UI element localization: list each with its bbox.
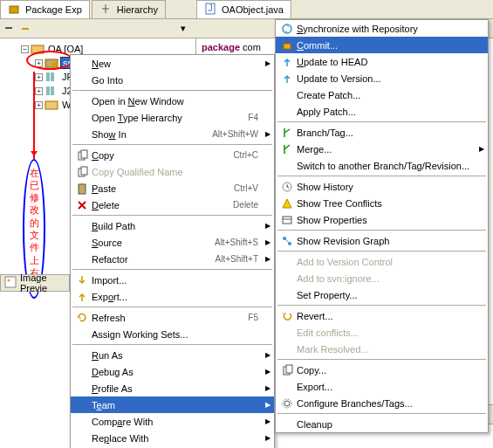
menu-label: Open Type Hierarchy (92, 113, 248, 123)
menu-item-create-patch[interactable]: Create Patch... (276, 86, 488, 103)
menu-item-source[interactable]: SourceAlt+Shift+S▶ (71, 234, 274, 251)
menu-label: Export... (92, 292, 258, 302)
menu-item-merge[interactable]: Merge...▶ (276, 141, 488, 157)
merge-icon (277, 141, 297, 157)
menu-item-mark-resolved: Mark Resolved... (276, 341, 488, 357)
props-icon (277, 211, 297, 228)
tree-toggle[interactable]: − (21, 45, 29, 53)
tab-label: OAObject.java (222, 4, 284, 15)
svg-rect-0 (10, 6, 18, 13)
svg-point-15 (8, 279, 10, 282)
menu-item-configure-branches-tags[interactable]: Configure Branches/Tags... (276, 395, 488, 411)
menu-item-team[interactable]: Team▶ (71, 396, 274, 413)
tab-package-explorer[interactable]: Package Exp (0, 0, 90, 18)
menu-label: Profile As (92, 383, 258, 394)
menu-label: Debug As (92, 367, 258, 377)
menu-item-branch-tag[interactable]: Branch/Tag... (276, 124, 488, 141)
package-icon (8, 3, 22, 17)
blank-icon (72, 430, 92, 446)
tree-toggle[interactable]: + (35, 73, 43, 81)
menu-item-build-path[interactable]: Build Path▶ (71, 217, 274, 234)
menu-item-refresh[interactable]: RefreshF5 (71, 309, 274, 326)
submenu-arrow-icon: ▶ (265, 238, 270, 246)
menu-shortcut: Alt+Shift+W (212, 129, 258, 139)
menu-item-show-history[interactable]: Show History (276, 178, 488, 195)
menu-item-go-into[interactable]: Go Into (71, 72, 274, 88)
menu-item-apply-patch[interactable]: Apply Patch... (276, 103, 488, 120)
menu-label: Cleanup (297, 419, 472, 430)
menu-item-cleanup[interactable]: Cleanup (276, 416, 488, 432)
blank-icon (72, 126, 92, 142)
menu-item-set-property[interactable]: Set Property... (276, 286, 488, 303)
menu-label: Build Path (92, 221, 258, 231)
menu-item-show-properties[interactable]: Show Properties (276, 211, 488, 228)
blank-icon (72, 326, 92, 342)
submenu-arrow-icon: ▶ (265, 417, 270, 425)
blank-icon (72, 93, 92, 109)
source-folder-icon (45, 57, 58, 69)
conflicts-icon (277, 195, 297, 211)
menu-item-import[interactable]: Import... (71, 272, 274, 288)
menu-label: Go Into (92, 75, 258, 86)
menu-item-show-revision-graph[interactable]: Show Revision Graph (276, 232, 488, 249)
copy-icon (72, 163, 92, 180)
project-icon (31, 43, 45, 55)
tree-toggle[interactable]: + (35, 59, 43, 67)
menu-label: Synchronize with Repository (297, 24, 472, 34)
tree-toggle[interactable]: + (35, 87, 43, 95)
menu-icon[interactable]: ▾ (181, 23, 193, 35)
collapse-all-icon[interactable] (3, 23, 16, 35)
menu-label: Create Patch... (297, 90, 472, 100)
menu-item-revert[interactable]: Revert... (276, 307, 488, 324)
menu-item-compare-with[interactable]: Compare With▶ (71, 413, 274, 430)
menu-label: Copy... (297, 365, 472, 376)
menu-item-switch-to-another-branch-tag-revision[interactable]: Switch to another Branch/Tag/Revision... (276, 157, 488, 174)
menu-item-commit[interactable]: Commit... (276, 37, 488, 53)
menu-item-copy[interactable]: CopyCtrl+C (71, 147, 274, 163)
blank-icon (72, 347, 92, 363)
svg-rect-19 (81, 167, 87, 175)
svg-rect-12 (51, 86, 54, 95)
menu-item-run-as[interactable]: Run As▶ (71, 347, 274, 363)
link-icon[interactable] (19, 23, 31, 35)
menu-label: Show Revision Graph (297, 236, 472, 246)
menu-item-debug-as[interactable]: Debug As▶ (71, 363, 274, 380)
menu-item-show-in[interactable]: Show InAlt+Shift+W▶ (71, 126, 274, 142)
menu-item-show-tree-conflicts[interactable]: Show Tree Conflicts (276, 195, 488, 211)
menu-item-profile-as[interactable]: Profile As▶ (71, 380, 274, 396)
svg-rect-20 (79, 184, 86, 194)
menu-item-new[interactable]: New▶ (71, 55, 274, 72)
tab-image-preview[interactable]: Image Previe (0, 274, 70, 292)
menu-item-export[interactable]: Export... (276, 378, 488, 395)
svg-rect-31 (286, 365, 292, 373)
menu-label: Import... (92, 275, 258, 286)
menu-label: Copy (92, 150, 233, 161)
menu-shortcut: F4 (248, 113, 258, 122)
menu-item-update-to-version[interactable]: Update to Version... (276, 70, 488, 86)
menu-item-replace-with[interactable]: Replace With▶ (71, 430, 274, 446)
menu-item-export[interactable]: Export... (71, 288, 274, 305)
menu-label: Revert... (297, 311, 472, 321)
menu-shortcut: F5 (248, 313, 258, 322)
folder-icon (45, 99, 58, 111)
menu-label: Run As (92, 350, 258, 361)
update-icon (277, 53, 297, 70)
menu-item-paste[interactable]: PasteCtrl+V (71, 180, 274, 196)
menu-item-update-to-head[interactable]: Update to HEAD (276, 53, 488, 70)
menu-item-delete[interactable]: DeleteDelete (71, 196, 274, 213)
tab-hierarchy[interactable]: Hierarchy (92, 0, 166, 18)
tree-toggle[interactable]: + (35, 101, 43, 109)
menu-item-assign-working-sets[interactable]: Assign Working Sets... (71, 326, 274, 342)
menu-item-open-type-hierarchy[interactable]: Open Type HierarchyF4 (71, 109, 274, 126)
menu-item-open-in-new-window[interactable]: Open in New Window (71, 93, 274, 109)
blank-icon (72, 109, 92, 126)
menu-item-refactor[interactable]: RefactorAlt+Shift+T▶ (71, 251, 274, 267)
menu-label: Merge... (297, 144, 472, 155)
menu-item-synchronize-with-repository[interactable]: Synchronize with Repository (276, 20, 488, 37)
tab-editor-file[interactable]: J OAObject.java (196, 0, 291, 18)
menu-label: Set Property... (297, 290, 472, 300)
submenu-arrow-icon: ▶ (265, 222, 270, 230)
tab-label: Image Previe (20, 272, 65, 293)
menu-item-copy[interactable]: Copy... (276, 362, 488, 378)
submenu-arrow-icon: ▶ (265, 368, 270, 376)
